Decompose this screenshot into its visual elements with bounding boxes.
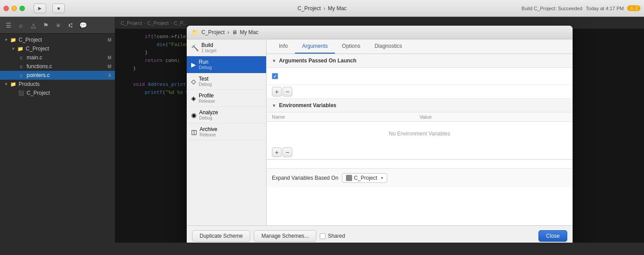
tab-options[interactable]: Options [335, 39, 367, 54]
sidebar-item-cproject-product[interactable]: ⬛ C_Project [0, 89, 115, 97]
tab-arguments[interactable]: Arguments [295, 39, 335, 54]
project-name: C_Project [298, 5, 321, 12]
chevron-down-icon: ▼ [272, 103, 276, 108]
env-section-header[interactable]: ▼ Environment Variables [267, 99, 573, 112]
scheme-sidebar: 🔨 Build 1 target ▶ Run Debug [187, 39, 267, 225]
dialog-overlay: 📁 C_Project › 🖥 My Mac 🔨 Build 1 [115, 17, 644, 243]
minimize-button[interactable] [12, 6, 17, 11]
scheme-dialog: 📁 C_Project › 🖥 My Mac 🔨 Build 1 [187, 26, 573, 243]
sidebar-item-products[interactable]: ▼ 📁 Products [0, 80, 115, 89]
close-button[interactable]: Close [538, 230, 567, 242]
env-add-remove-row: + − [267, 146, 573, 159]
args-launch-area [267, 68, 573, 85]
dialog-mac-icon: 🖥 [232, 29, 237, 35]
warning-icon[interactable]: △ [28, 20, 38, 30]
panel-content: ▼ Arguments Passed On Launch + [267, 54, 573, 225]
build-icon: 🔨 [191, 44, 199, 51]
scheme-item-build[interactable]: 🔨 Build 1 target [187, 39, 266, 56]
profile-label: Profile [199, 93, 215, 99]
dialog-title-bar: 📁 C_Project › 🖥 My Mac [187, 26, 573, 39]
argument-checkbox[interactable] [272, 73, 278, 79]
shared-checkbox[interactable] [320, 233, 326, 239]
manage-schemes-button[interactable]: Manage Schemes... [254, 230, 316, 242]
argument-text[interactable] [281, 75, 567, 77]
sidebar-item-functions-c[interactable]: c functions.c M [0, 62, 115, 71]
test-icon: ◇ [191, 78, 196, 85]
sidebar-item-pointers-c[interactable]: c pointers.c A [0, 71, 115, 80]
remove-env-button[interactable]: − [283, 147, 292, 157]
add-env-button[interactable]: + [272, 147, 282, 157]
scheme-item-archive[interactable]: ◫ Archive Release [187, 124, 266, 140]
window-title: C_Project › My Mac [298, 5, 347, 12]
collapse-arrow-icon: ▼ [4, 37, 9, 42]
build-status-text: Build C_Project: Succeeded [522, 6, 582, 11]
folder-icon: 📁 [10, 81, 17, 88]
shared-checkbox-row: Shared [320, 233, 345, 239]
sidebar-toggle-icon[interactable]: ☰ [4, 20, 13, 30]
collapse-arrow-icon: ▼ [4, 81, 9, 87]
value-column-header: Value [420, 114, 567, 120]
play-button[interactable]: ▶ [34, 4, 46, 13]
args-add-remove-row: + − [267, 85, 573, 99]
tab-diagnostics[interactable]: Diagnostics [367, 39, 409, 54]
folder-icon: 📁 [17, 45, 24, 52]
sidebar: ☰ ⌕ △ ⚑ ≡ ⑆ 💬 ▼ 📁 C_Project M ▼ 📁 C_Proj… [0, 17, 115, 243]
traffic-lights [4, 6, 25, 11]
chevron-down-icon: ▾ [381, 176, 383, 180]
collapse-arrow-icon: ▼ [11, 46, 16, 51]
scheme-item-profile[interactable]: ◈ Profile Release [187, 90, 266, 107]
dialog-mac-name: My Mac [240, 29, 259, 35]
product-icon: ⬛ [18, 89, 25, 97]
no-env-message: No Environment Variables [267, 122, 573, 146]
sidebar-item-cproject-root[interactable]: ▼ 📁 C_Project M [0, 35, 115, 44]
fullscreen-button[interactable] [20, 6, 25, 11]
expand-vars-label: Expand Variables Based On [272, 175, 338, 181]
folder-icon: 📁 [10, 36, 17, 43]
env-vars-area: Name Value No Environment Variables [267, 112, 573, 146]
main-layout: ☰ ⌕ △ ⚑ ≡ ⑆ 💬 ▼ 📁 C_Project M ▼ 📁 C_Proj… [0, 17, 644, 243]
c-file-icon: c [18, 72, 25, 79]
env-section-label: Environment Variables [279, 102, 336, 108]
title-bar: ▶ ■ C_Project › My Mac Build C_Project: … [0, 0, 644, 17]
list-icon[interactable]: ≡ [53, 20, 63, 30]
remove-argument-button[interactable]: − [283, 87, 292, 97]
expand-vars-dropdown[interactable]: C_Project ▾ [342, 173, 387, 183]
scheme-item-test[interactable]: ◇ Test Debug [187, 73, 266, 90]
profile-icon: ◈ [191, 95, 196, 102]
sidebar-tree: ▼ 📁 C_Project M ▼ 📁 C_Project c main.c M… [0, 34, 115, 243]
chevron-down-icon: ▼ [272, 58, 276, 63]
c-file-icon: c [18, 63, 25, 70]
main-panel: Info Arguments Options Diagnostics ▼ Arg… [267, 39, 573, 225]
shared-label: Shared [328, 233, 345, 239]
dialog-content: 🔨 Build 1 target ▶ Run Debug [187, 39, 573, 225]
warning-badge: ⚠ 2 [627, 5, 640, 11]
dialog-footer: Duplicate Scheme Manage Schemes... Share… [187, 225, 573, 243]
expand-vars-row: Expand Variables Based On C_Project ▾ [267, 168, 573, 187]
arguments-section-header[interactable]: ▼ Arguments Passed On Launch [267, 54, 573, 68]
sidebar-item-main-c[interactable]: c main.c M [0, 53, 115, 62]
chat-icon[interactable]: 💬 [78, 20, 88, 30]
code-editor: C_Project › C_Project › C_P... if(!conn-… [115, 17, 644, 243]
analyze-icon: ◉ [191, 112, 196, 119]
sidebar-toolbar: ☰ ⌕ △ ⚑ ≡ ⑆ 💬 [0, 17, 115, 34]
name-column-header: Name [272, 114, 420, 120]
timestamp: Today at 4:17 PM [586, 6, 624, 11]
add-argument-button[interactable]: + [272, 87, 282, 97]
products-label: Products [19, 81, 39, 87]
duplicate-scheme-button[interactable]: Duplicate Scheme [192, 230, 250, 242]
bookmark-icon[interactable]: ⚑ [41, 20, 51, 30]
run-icon: ▶ [191, 61, 196, 68]
tabs-bar: Info Arguments Options Diagnostics [267, 39, 573, 54]
search-icon[interactable]: ⌕ [16, 20, 26, 30]
sidebar-item-cproject-sub[interactable]: ▼ 📁 C_Project [0, 44, 115, 53]
expand-vars-value: C_Project [354, 175, 377, 181]
dialog-breadcrumb-project: 📁 [192, 29, 199, 35]
scheme-item-analyze[interactable]: ◉ Analyze Debug [187, 107, 266, 124]
close-button[interactable] [4, 6, 9, 11]
branch-icon[interactable]: ⑆ [66, 20, 75, 30]
stop-button[interactable]: ■ [52, 4, 65, 13]
tab-info[interactable]: Info [272, 39, 295, 54]
scheme-item-run[interactable]: ▶ Run Debug [187, 56, 266, 73]
c-file-icon: c [18, 54, 25, 61]
arguments-section-label: Arguments Passed On Launch [279, 58, 357, 64]
